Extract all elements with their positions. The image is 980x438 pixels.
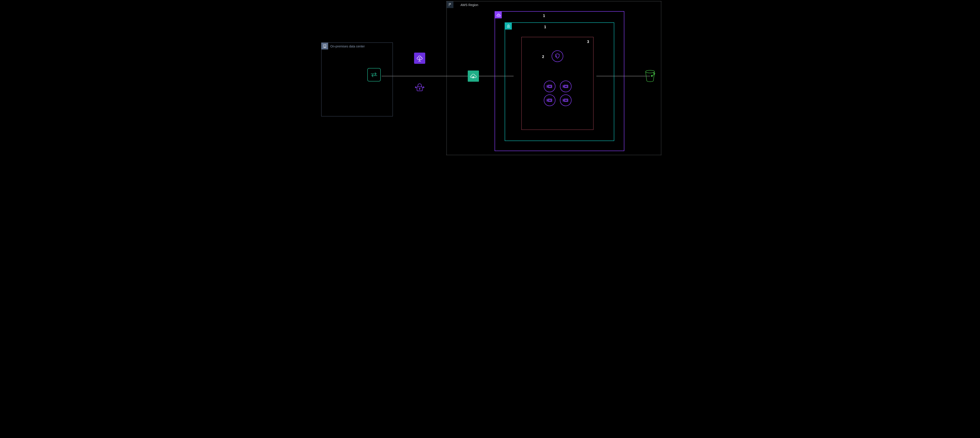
svg-rect-4: [323, 45, 326, 48]
diagram-canvas: On-premises data center AW: [318, 0, 662, 157]
svg-point-24: [508, 26, 509, 27]
flag-icon: [447, 2, 453, 8]
region-title: AWS Region: [461, 3, 479, 7]
subnet-number: 1: [544, 25, 546, 29]
container-icon-3: [544, 94, 555, 106]
container-icon-2: [560, 81, 571, 92]
lock-icon: [505, 23, 512, 30]
gateway-icon: [468, 70, 479, 82]
onprem-box: On-premises data center: [321, 43, 393, 116]
svg-rect-11: [325, 47, 325, 48]
svg-point-18: [419, 88, 420, 89]
container-icon-1: [544, 81, 555, 92]
vpn-lock-icon: [414, 82, 425, 93]
router-icon: [367, 68, 381, 81]
svg-rect-35: [549, 100, 551, 101]
svg-point-16: [419, 58, 420, 59]
shield-circle-icon: [552, 50, 563, 62]
svg-rect-39: [565, 100, 567, 101]
svg-rect-31: [565, 86, 567, 87]
cloud-shield-icon: [495, 12, 502, 18]
direct-connect-icon: [414, 53, 425, 64]
container-icon-4: [560, 94, 571, 106]
svg-rect-27: [549, 86, 551, 87]
vpc-number: 1: [543, 14, 545, 18]
s3-bucket-icon: [644, 69, 656, 82]
shield-number: 2: [542, 55, 544, 59]
ecs-number: 3: [587, 40, 589, 44]
building-icon: [321, 43, 328, 49]
onprem-title: On-premises data center: [330, 45, 365, 48]
